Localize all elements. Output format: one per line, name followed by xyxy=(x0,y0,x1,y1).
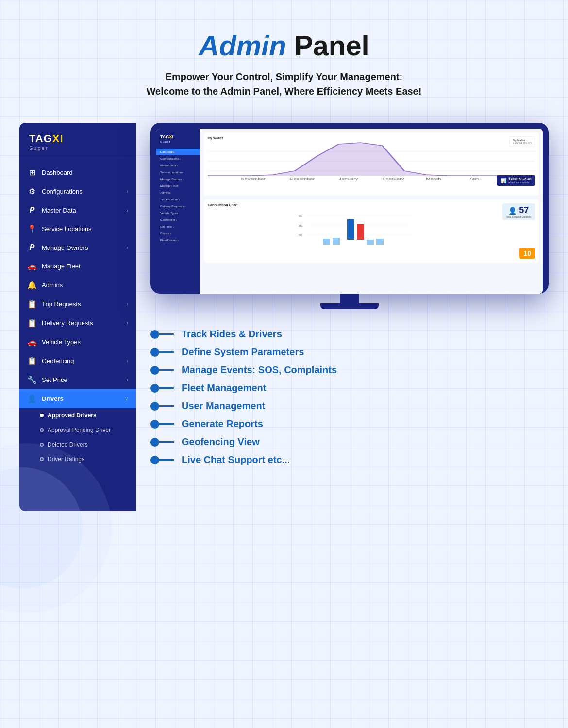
bullet xyxy=(150,420,174,429)
sidebar-item-geofencing[interactable]: 📋 Geofencing › xyxy=(19,351,136,370)
revenue-chart-svg: November December January February March… xyxy=(208,142,535,181)
feature-fleet-mgmt: Fleet Management xyxy=(150,382,539,394)
bullet-line xyxy=(159,333,174,335)
cancel-badge: 👤 57 Total Request Cancelle xyxy=(502,203,535,220)
sidebar-item-label: Delivery Requests xyxy=(42,319,122,327)
subtitle-line2: Welcome to the Admin Panel, Where Effici… xyxy=(147,86,422,97)
mini-commission-badge: 📊 ₹ 80016376.48 Admin Commission xyxy=(497,175,535,186)
bullet-line xyxy=(159,351,174,353)
bullet-circle xyxy=(150,438,159,447)
features-section: Track Rides & Drivers Define System Para… xyxy=(136,329,549,472)
monitor-screen: TAGXI Super Dashboard Configurations › M… xyxy=(156,129,543,294)
feature-label: Track Rides & Drivers xyxy=(182,329,282,340)
mini-nav-dashboard: Dashboard xyxy=(156,149,200,155)
cancel-chart-svg: 400 300 200 xyxy=(208,210,535,248)
mini-cancellation-chart: Cancellation Chart 400 300 200 xyxy=(204,199,539,263)
mini-chart-title: By Wallet xyxy=(208,136,535,140)
sidebar-logo: TAGXI Super xyxy=(19,123,136,159)
svg-rect-20 xyxy=(333,238,340,245)
svg-text:400: 400 xyxy=(299,215,303,217)
mini-main-dashboard: By Wallet xyxy=(200,129,543,294)
sidebar-item-set-price[interactable]: 🔧 Set Price › xyxy=(19,370,136,389)
bullet xyxy=(150,330,174,339)
chevron-right-icon: › xyxy=(127,189,128,194)
chevron-right-icon: › xyxy=(127,377,128,382)
feature-manage-events: Manage Events: SOS, Complaints xyxy=(150,364,539,376)
mini-revenue-chart: By Wallet xyxy=(204,132,539,196)
sidebar-item-admins[interactable]: 🔔 Admins xyxy=(19,276,136,295)
bullet-line xyxy=(159,459,174,461)
svg-rect-18 xyxy=(357,224,364,240)
monitor-stand xyxy=(150,294,549,309)
chevron-down-icon: ∨ xyxy=(125,396,128,401)
page-title: Admin Panel xyxy=(19,29,549,62)
feature-label: User Management xyxy=(182,400,265,412)
cancel-chart-title: Cancellation Chart xyxy=(208,203,535,207)
commission-amount: ₹ 80016376.48 xyxy=(508,177,531,181)
person-icon: 👤 xyxy=(508,207,517,215)
admins-icon: 🔔 xyxy=(27,281,37,290)
vehicle-types-icon: 🚗 xyxy=(27,337,37,347)
monitor-section: TAGXI Super Dashboard Configurations › M… xyxy=(136,123,549,309)
dashboard-icon: ⊞ xyxy=(27,168,37,177)
logo-tag: TAG xyxy=(29,132,52,145)
mini-nav-fleet-drivers: Fleet Drivers › xyxy=(156,237,200,244)
sidebar-item-master-data[interactable]: P Master Data › xyxy=(19,201,136,219)
monitor-container: TAGXI Super Dashboard Configurations › M… xyxy=(150,123,549,294)
sidebar-item-label: Service Locations xyxy=(42,225,128,232)
sidebar-item-delivery-requests[interactable]: 📋 Delivery Requests › xyxy=(19,314,136,332)
drivers-icon: 👤 xyxy=(27,394,37,403)
sidebar-item-drivers[interactable]: 👤 Drivers ∨ xyxy=(19,389,136,408)
bullet-circle xyxy=(150,456,159,464)
bullet-line xyxy=(159,369,174,371)
sidebar-item-manage-owners[interactable]: P Manage Owners › xyxy=(19,238,136,257)
svg-text:December: December xyxy=(290,177,315,180)
sidebar-subitem-approved-drivers[interactable]: Approved Drivers xyxy=(19,408,136,423)
feature-label: Fleet Management xyxy=(182,382,266,394)
cancel-orange-badge: 10 xyxy=(519,248,535,259)
sidebar-item-label: Manage Owners xyxy=(42,244,122,251)
sidebar-item-vehicle-types[interactable]: 🚗 Vehicle Types xyxy=(19,332,136,351)
mini-nav-drivers: Drivers › xyxy=(156,230,200,237)
sidebar-item-label: Dashboard xyxy=(42,169,128,176)
mini-nav-manage-fleet: Manage Fleet xyxy=(156,182,200,189)
mini-nav-service-locations: Service Locations xyxy=(156,169,200,176)
cancel-number: 👤 57 xyxy=(506,205,531,215)
service-locations-icon: 📍 xyxy=(27,224,37,233)
logo-sub: Super xyxy=(29,145,126,151)
manage-fleet-icon: 🚗 xyxy=(27,262,37,271)
feature-label: Geofencing View xyxy=(182,436,260,447)
sidebar-item-manage-fleet[interactable]: 🚗 Manage Fleet xyxy=(19,257,136,276)
mini-nav-trip-requests: Trip Requests › xyxy=(156,196,200,203)
sidebar-item-label: Trip Requests xyxy=(42,300,122,308)
svg-rect-19 xyxy=(323,239,330,245)
chevron-right-icon: › xyxy=(127,208,128,213)
sidebar-item-dashboard[interactable]: ⊞ Dashboard xyxy=(19,163,136,182)
mini-nav-vehicle-types: Vehicle Types xyxy=(156,210,200,216)
svg-text:200: 200 xyxy=(299,234,303,237)
mini-wallet-badge: By Wallet ≥ 20,004,205,295 xyxy=(509,136,535,147)
sidebar-item-trip-requests[interactable]: 📋 Trip Requests › xyxy=(19,295,136,314)
svg-rect-17 xyxy=(347,219,354,240)
mini-nav-delivery-requests: Delivery Requests › xyxy=(156,203,200,210)
sidebar-item-label: Geofencing xyxy=(42,357,122,364)
sidebar-item-configurations[interactable]: ⚙ Configurations › xyxy=(19,182,136,201)
sub-item-label: Approved Drivers xyxy=(48,412,97,419)
mini-nav-configurations: Configurations › xyxy=(156,155,200,162)
title-plain: Panel xyxy=(286,30,369,61)
bullet-line xyxy=(159,423,174,425)
mini-nav-geofencing: Geofencing › xyxy=(156,216,200,223)
sidebar-item-label: Master Data xyxy=(42,207,122,214)
sidebar-item-service-locations[interactable]: 📍 Service Locations xyxy=(19,219,136,238)
bullet-circle xyxy=(150,384,159,393)
mini-nav-admins: Admins xyxy=(156,189,200,196)
sidebar-item-label: Vehicle Types xyxy=(42,338,128,346)
svg-text:January: January xyxy=(339,177,359,180)
sidebar-item-label: Set Price xyxy=(42,376,122,383)
sidebar-subitem-approval-pending[interactable]: Approval Pending Driver xyxy=(19,423,136,437)
bullet xyxy=(150,456,174,464)
bullet xyxy=(150,402,174,411)
bullet-line xyxy=(159,387,174,389)
feature-label: Live Chat Support etc... xyxy=(182,454,290,465)
bullet-circle xyxy=(150,402,159,411)
